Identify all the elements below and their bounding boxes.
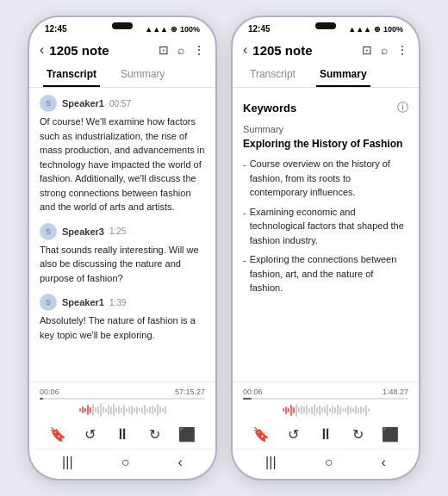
more-icon-2[interactable]: ⋮ (396, 43, 408, 57)
player-bar-2: 00:06 1:48.27 (233, 381, 419, 449)
total-time-2: 1:48.27 (383, 388, 408, 396)
tab-bar-2: Transcript Summary (233, 63, 419, 88)
signal-icon-2: ▲▲▲ (348, 25, 371, 34)
app-header-2: ‹ 1205 note ⊡ ⌕ ⋮ (233, 37, 419, 63)
progress-track-2[interactable] (243, 398, 408, 400)
player-controls: 🔖 ↺ ⏸ ↻ ⬛ (40, 424, 205, 445)
nav-back-2[interactable]: ‹ (382, 455, 386, 470)
clip-button[interactable]: ⬛ (178, 426, 196, 443)
forward-button[interactable]: ↻ (149, 426, 160, 443)
header-actions-2: ⊡ ⌕ ⋮ (362, 43, 408, 57)
player-controls-2: 🔖 ↺ ⏸ ↻ ⬛ (243, 424, 408, 445)
progress-track[interactable] (40, 398, 205, 400)
status-icons: ▲▲▲ ⊛ 100% (145, 25, 200, 34)
back-button[interactable]: ‹ (40, 42, 44, 58)
tab-summary-2[interactable]: Summary (316, 63, 370, 87)
clip-button-2[interactable]: ⬛ (382, 426, 399, 443)
bottom-nav-2: ||| ○ ‹ (233, 449, 419, 479)
speaker1-name: Speaker1 (62, 98, 104, 108)
notch (112, 22, 133, 29)
copy-icon[interactable]: ⊡ (159, 43, 169, 57)
tab-summary[interactable]: Summary (117, 63, 168, 87)
nav-home-2[interactable]: ○ (325, 455, 333, 470)
battery-icon-2: 100% (383, 25, 403, 34)
bottom-nav: ||| ○ ‹ (29, 449, 215, 479)
current-time: 00:06 (40, 388, 59, 396)
phone-summary: 12:45 ▲▲▲ ⊛ 100% ‹ 1205 note ⊡ ⌕ ⋮ Trans… (231, 16, 420, 480)
speaker-row-1b: S Speaker1 1:39 (40, 294, 205, 311)
app-header: ‹ 1205 note ⊡ ⌕ ⋮ (29, 37, 215, 63)
nav-home[interactable]: ○ (121, 455, 130, 470)
summary-item-1-text: Course overview on the history of fashio… (250, 157, 408, 200)
tab-transcript-2[interactable]: Transcript (246, 63, 299, 87)
summary-content: Keywords ⓘ Summary Exploring the History… (233, 88, 419, 381)
summary-label: Summary (243, 124, 408, 134)
pause-button-2[interactable]: ⏸ (318, 425, 333, 443)
speaker-row-3: S Speaker3 1:25 (40, 223, 205, 240)
wifi-icon: ⊛ (171, 25, 177, 34)
rewind-button-2[interactable]: ↺ (288, 426, 299, 443)
summary-item-3-text: Exploring the connections between fashio… (250, 252, 408, 295)
total-time: 57:15.27 (175, 388, 205, 396)
speaker3-time: 1:25 (109, 226, 126, 236)
status-icons-2: ▲▲▲ ⊛ 100% (348, 25, 403, 34)
time-row: 00:06 57:15.27 (40, 388, 205, 396)
page-title: 1205 note (49, 43, 153, 58)
message-1: S Speaker1 00:57 Of course! We'll examin… (40, 95, 205, 214)
nav-menu-2[interactable]: ||| (265, 455, 276, 470)
tab-bar: Transcript Summary (29, 63, 215, 88)
wifi-icon-2: ⊛ (374, 25, 381, 34)
search-icon[interactable]: ⌕ (177, 43, 184, 57)
summary-item-3: - Exploring the connections between fash… (243, 252, 408, 295)
summary-main-title: Exploring the History of Fashion (243, 138, 408, 150)
message-3: S Speaker1 1:39 Absolutely! The nature o… (40, 294, 205, 342)
bullet-3: - (243, 253, 246, 295)
avatar-speaker1: S (40, 95, 57, 112)
summary-item-1: - Course overview on the history of fash… (243, 157, 408, 200)
battery-icon: 100% (180, 25, 200, 34)
message-2: S Speaker3 1:25 That sounds really inter… (40, 223, 205, 286)
bullet-1: - (243, 158, 246, 200)
info-icon[interactable]: ⓘ (397, 100, 408, 115)
summary-item-2: - Examining economic and technological f… (243, 205, 408, 248)
summary-block: Summary Exploring the History of Fashion… (243, 124, 408, 295)
nav-back[interactable]: ‹ (178, 455, 183, 470)
speaker1-time: 00:57 (109, 99, 131, 108)
avatar-speaker3: S (40, 223, 57, 240)
forward-button-2[interactable]: ↻ (352, 426, 364, 443)
bookmark-button-2[interactable]: 🔖 (252, 426, 270, 443)
progress-fill (40, 398, 43, 400)
page-title-2: 1205 note (252, 43, 357, 58)
phone-transcript: 12:45 ▲▲▲ ⊛ 100% ‹ 1205 note ⊡ ⌕ ⋮ Trans… (28, 16, 217, 480)
bookmark-button[interactable]: 🔖 (49, 426, 66, 443)
pause-button[interactable]: ⏸ (115, 425, 130, 443)
keywords-title: Keywords (243, 102, 296, 115)
more-icon[interactable]: ⋮ (193, 43, 205, 57)
transcript-content: S Speaker1 00:57 Of course! We'll examin… (29, 88, 215, 381)
waveform (40, 401, 205, 418)
player-bar: 00:06 57:15.27 (29, 381, 215, 449)
tab-transcript[interactable]: Transcript (43, 63, 100, 87)
current-time-2: 00:06 (243, 388, 263, 396)
copy-icon-2[interactable]: ⊡ (362, 43, 372, 57)
waveform-2 (243, 401, 408, 418)
speaker-row-1: S Speaker1 00:57 (40, 95, 205, 112)
nav-menu[interactable]: ||| (62, 455, 72, 470)
notch-2 (315, 22, 336, 29)
bullet-2: - (243, 206, 246, 248)
keywords-header: Keywords ⓘ (243, 95, 408, 119)
rewind-button[interactable]: ↺ (84, 426, 96, 443)
status-time: 12:45 (45, 24, 67, 34)
time-row-2: 00:06 1:48.27 (243, 388, 408, 396)
message-2-text: That sounds really interesting. Will we … (40, 243, 205, 286)
header-actions: ⊡ ⌕ ⋮ (159, 43, 205, 57)
message-1-text: Of course! We'll examine how factors suc… (40, 115, 205, 214)
back-button-2[interactable]: ‹ (243, 42, 247, 58)
message-3-text: Absolutely! The nature of fashion is a k… (40, 313, 205, 342)
signal-icon: ▲▲▲ (145, 25, 168, 34)
speaker1b-name: Speaker1 (62, 297, 104, 307)
speaker3-name: Speaker3 (62, 226, 104, 237)
search-icon-2[interactable]: ⌕ (381, 43, 388, 57)
status-time-2: 12:45 (248, 24, 271, 34)
summary-item-2-text: Examining economic and technological fac… (250, 205, 408, 248)
